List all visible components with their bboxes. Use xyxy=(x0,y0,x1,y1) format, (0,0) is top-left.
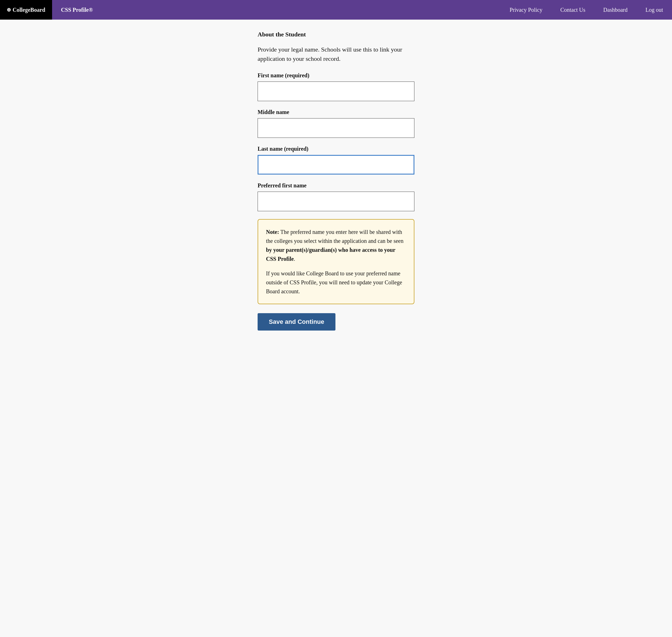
last-name-input[interactable] xyxy=(258,155,414,175)
contact-us-link[interactable]: Contact Us xyxy=(551,7,594,13)
note-paragraph-2: If you would like College Board to use y… xyxy=(266,269,406,296)
middle-name-input[interactable] xyxy=(258,118,414,138)
middle-name-field: Middle name xyxy=(258,109,414,138)
section-title: About the Student xyxy=(258,31,414,38)
privacy-policy-link[interactable]: Privacy Policy xyxy=(501,7,551,13)
last-name-field: Last name (required) xyxy=(258,146,414,175)
note-middle-text: . xyxy=(294,256,295,262)
note-paragraph-1: Note: The preferred name you enter here … xyxy=(266,228,406,263)
logo-icon: ⊕ xyxy=(7,7,11,13)
logo-text: CollegeBoard xyxy=(13,7,45,13)
note-prefix-text: The preferred name you enter here will b… xyxy=(266,229,404,244)
note-box: Note: The preferred name you enter here … xyxy=(258,219,414,304)
first-name-label: First name (required) xyxy=(258,72,414,79)
preferred-first-name-label: Preferred first name xyxy=(258,182,414,189)
note-middle-bold: by your parent(s)/guardian(s) who have a… xyxy=(266,247,395,262)
section-description: Provide your legal name. Schools will us… xyxy=(258,45,414,63)
navbar: ⊕ CollegeBoard CSS Profile® Privacy Poli… xyxy=(0,0,672,20)
log-out-link[interactable]: Log out xyxy=(636,7,672,13)
first-name-field: First name (required) xyxy=(258,72,414,101)
preferred-first-name-input[interactable] xyxy=(258,192,414,211)
navbar-links: Privacy Policy Contact Us Dashboard Log … xyxy=(501,7,672,13)
preferred-first-name-field: Preferred first name xyxy=(258,182,414,211)
last-name-label: Last name (required) xyxy=(258,146,414,152)
main-content: About the Student Provide your legal nam… xyxy=(252,20,420,353)
product-name: CSS Profile® xyxy=(52,7,102,13)
collegeboard-logo[interactable]: ⊕ CollegeBoard xyxy=(0,0,52,20)
save-and-continue-button[interactable]: Save and Continue xyxy=(258,313,335,330)
first-name-input[interactable] xyxy=(258,81,414,101)
note-bold-label: Note: xyxy=(266,229,279,235)
middle-name-label: Middle name xyxy=(258,109,414,115)
dashboard-link[interactable]: Dashboard xyxy=(594,7,637,13)
